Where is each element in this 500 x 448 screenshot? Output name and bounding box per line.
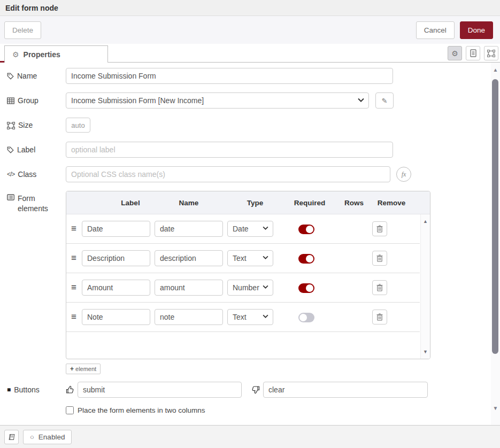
column-header-remove: Remove xyxy=(378,199,406,207)
dialog-header: Edit form node xyxy=(0,0,500,16)
object-group-icon xyxy=(7,121,15,129)
element-row-date: ≡ Date xyxy=(66,214,420,244)
size-label: Size xyxy=(7,120,66,130)
element-label-input[interactable] xyxy=(82,280,150,296)
group-select[interactable]: Income Submission Form [New Income] xyxy=(66,92,369,109)
group-row: Group Income Submission Form [New Income… xyxy=(7,92,491,109)
required-toggle[interactable] xyxy=(298,254,314,264)
table-scrollbar: ▲ ▼ xyxy=(420,214,430,359)
size-row: Size auto xyxy=(7,117,491,133)
element-type-select[interactable]: Date xyxy=(227,221,273,237)
tab-properties[interactable]: ⚙ Properties xyxy=(4,45,108,63)
scrollbar-thumb[interactable] xyxy=(492,79,498,354)
panel-scrollbar: ▲ ▼ xyxy=(491,63,500,425)
element-name-input[interactable] xyxy=(155,221,223,237)
square-icon: ■ xyxy=(7,385,11,395)
scroll-down-icon[interactable]: ▼ xyxy=(491,405,500,411)
group-select-value: Income Submission Form [New Income] xyxy=(71,96,204,105)
two-columns-checkbox[interactable] xyxy=(66,406,74,414)
tab-properties-label: Properties xyxy=(24,50,60,59)
label-input[interactable] xyxy=(66,142,393,158)
object-group-icon xyxy=(487,50,495,57)
element-row-note: ≡ Text xyxy=(66,303,420,332)
buttons-row: ■ Buttons xyxy=(7,382,491,398)
fx-icon: fx xyxy=(402,171,406,179)
chevron-down-icon xyxy=(263,285,268,289)
chevron-down-icon xyxy=(263,314,268,318)
element-label-input[interactable] xyxy=(82,309,150,325)
remove-element-button[interactable] xyxy=(372,221,387,236)
remove-element-button[interactable] xyxy=(372,280,387,295)
code-icon: </> xyxy=(7,169,14,180)
scroll-up-icon[interactable]: ▲ xyxy=(491,67,500,73)
drag-handle-icon[interactable]: ≡ xyxy=(71,312,76,322)
class-row: </> Class fx xyxy=(7,166,491,182)
element-label-input[interactable] xyxy=(82,250,150,266)
element-name-input[interactable] xyxy=(155,250,223,266)
toggle-knob xyxy=(306,226,313,233)
cancel-button[interactable]: Cancel xyxy=(416,21,455,39)
dialog-footer: ○ Enabled xyxy=(0,425,500,448)
book-icon xyxy=(8,434,16,441)
chevron-down-icon xyxy=(263,256,268,259)
element-label-input[interactable] xyxy=(82,221,150,237)
scroll-up-icon[interactable]: ▲ xyxy=(421,219,430,224)
trash-icon xyxy=(376,254,383,262)
element-name-input[interactable] xyxy=(155,309,223,325)
delete-button[interactable]: Delete xyxy=(4,21,41,39)
edit-group-button[interactable]: ✎ xyxy=(375,92,394,109)
form-elements-table: Label Name Type Required Rows Remove ≡ D… xyxy=(66,191,430,359)
column-header-type: Type xyxy=(247,199,264,207)
group-label: Group xyxy=(7,96,66,106)
remove-element-button[interactable] xyxy=(372,310,387,325)
class-input[interactable] xyxy=(66,166,390,182)
element-type-select[interactable]: Number xyxy=(227,280,273,296)
column-header-name: Name xyxy=(179,199,199,207)
add-element-button[interactable]: + element xyxy=(66,364,101,374)
element-name-input[interactable] xyxy=(155,280,223,296)
dynamic-class-button[interactable]: fx xyxy=(396,167,411,182)
two-columns-row: Place the form elements in two columns xyxy=(66,406,491,414)
properties-view-button[interactable]: ⚙ xyxy=(448,46,462,60)
element-type-select[interactable]: Text xyxy=(227,309,273,325)
element-row-description: ≡ Text xyxy=(66,244,420,273)
drag-handle-icon[interactable]: ≡ xyxy=(71,282,76,293)
description-view-button[interactable] xyxy=(466,46,480,60)
size-auto-button[interactable]: auto xyxy=(66,118,90,133)
form-elements-row: Form elements Label Name Type Required R… xyxy=(7,191,491,359)
name-input[interactable] xyxy=(66,68,393,84)
dialog-title: Edit form node xyxy=(5,4,58,12)
dialog-toolbar: Delete Cancel Done xyxy=(0,16,500,44)
done-button[interactable]: Done xyxy=(460,21,493,39)
submit-button-label-input[interactable] xyxy=(78,382,242,398)
column-header-label: Label xyxy=(121,199,140,207)
clear-button-label-input[interactable] xyxy=(263,382,428,398)
label-row: Label xyxy=(7,142,491,158)
thumbs-up-icon xyxy=(66,385,74,394)
required-toggle[interactable] xyxy=(298,283,314,293)
trash-icon xyxy=(376,284,383,291)
node-enabled-button[interactable]: ○ Enabled xyxy=(23,430,72,444)
toggle-knob xyxy=(306,284,313,292)
drag-handle-icon[interactable]: ≡ xyxy=(71,223,76,234)
appearance-view-button[interactable] xyxy=(484,46,498,60)
tab-bar: ⚙ Properties ⚙ xyxy=(0,44,500,63)
remove-element-button[interactable] xyxy=(372,251,387,266)
scroll-down-icon[interactable]: ▼ xyxy=(421,349,430,354)
thumbs-down-icon xyxy=(251,385,260,394)
node-help-button[interactable] xyxy=(4,430,19,444)
element-type-select[interactable]: Text xyxy=(227,250,273,266)
required-toggle[interactable] xyxy=(298,225,314,234)
chevron-down-icon xyxy=(358,98,364,102)
gear-icon: ⚙ xyxy=(12,50,19,59)
circle-icon: ○ xyxy=(30,433,34,441)
two-columns-label: Place the form elements in two columns xyxy=(78,406,205,414)
tag-icon xyxy=(7,146,14,153)
form-elements-table-header: Label Name Type Required Rows Remove xyxy=(66,191,430,214)
edit-form-node-dialog: Edit form node Delete Cancel Done ⚙ Prop… xyxy=(0,0,500,448)
required-toggle[interactable] xyxy=(298,313,314,322)
list-alt-icon xyxy=(7,194,14,200)
drag-handle-icon[interactable]: ≡ xyxy=(71,253,76,264)
column-header-required: Required xyxy=(294,199,326,207)
trash-icon xyxy=(376,225,383,233)
